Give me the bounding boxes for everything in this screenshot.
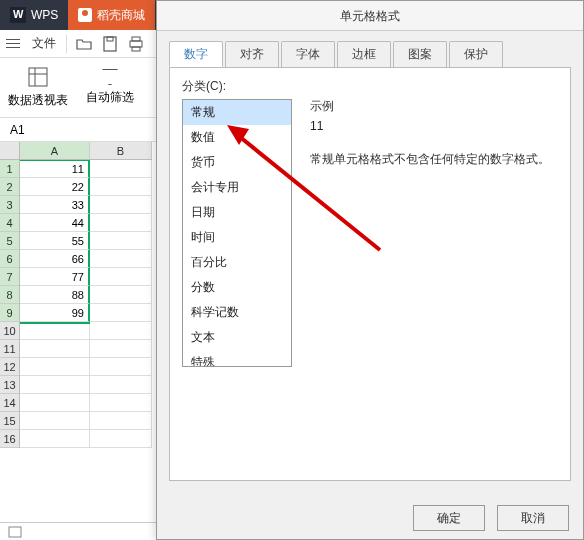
row-header[interactable]: 4 (0, 214, 19, 232)
name-box[interactable] (10, 123, 90, 137)
cell[interactable] (90, 376, 152, 394)
funnel-icon (102, 69, 118, 85)
print-icon[interactable] (127, 35, 145, 53)
tab-pattern[interactable]: 图案 (393, 41, 447, 67)
dialog-title: 单元格格式 (157, 1, 583, 31)
cell-grid[interactable]: 11 22 33 44 55 66 77 88 99 (20, 160, 152, 448)
list-item[interactable]: 科学记数 (183, 300, 291, 325)
cell[interactable] (90, 286, 152, 304)
list-item[interactable]: 日期 (183, 200, 291, 225)
category-listbox[interactable]: 常规 数值 货币 会计专用 日期 时间 百分比 分数 科学记数 文本 特殊 自定… (182, 99, 292, 367)
row-header[interactable]: 2 (0, 178, 19, 196)
cell[interactable] (90, 430, 152, 448)
category-label: 分类(C): (182, 78, 558, 95)
folder-open-icon[interactable] (75, 35, 93, 53)
cell[interactable] (20, 412, 90, 430)
list-item[interactable]: 会计专用 (183, 175, 291, 200)
cell[interactable] (90, 322, 152, 340)
row-header[interactable]: 8 (0, 286, 19, 304)
cell[interactable] (20, 376, 90, 394)
list-item[interactable]: 货币 (183, 150, 291, 175)
row-header[interactable]: 7 (0, 268, 19, 286)
save-icon[interactable] (101, 35, 119, 53)
row-header[interactable]: 11 (0, 340, 19, 358)
cell[interactable] (90, 214, 152, 232)
list-item[interactable]: 特殊 (183, 350, 291, 367)
cell[interactable]: 22 (20, 178, 90, 196)
row-header[interactable]: 12 (0, 358, 19, 376)
tab-alignment[interactable]: 对齐 (225, 41, 279, 67)
wps-icon (10, 7, 26, 23)
cell[interactable] (90, 340, 152, 358)
cell[interactable]: 44 (20, 214, 90, 232)
svg-rect-8 (9, 527, 21, 537)
file-menu[interactable]: 文件 (26, 35, 62, 52)
filter-label: 自动筛选 (86, 89, 134, 106)
example-label: 示例 (310, 98, 558, 115)
ok-button[interactable]: 确定 (413, 505, 485, 531)
row-header[interactable]: 9 (0, 304, 19, 322)
row-header[interactable]: 3 (0, 196, 19, 214)
tab-panel-number: 分类(C): 常规 数值 货币 会计专用 日期 时间 百分比 分数 科学记数 文… (169, 67, 571, 481)
list-item[interactable]: 常规 (183, 100, 291, 125)
row-header[interactable]: 13 (0, 376, 19, 394)
format-description: 常规单元格格式不包含任何特定的数字格式。 (310, 151, 558, 168)
row-header[interactable]: 14 (0, 394, 19, 412)
svg-rect-5 (29, 68, 47, 86)
cell[interactable] (90, 268, 152, 286)
tab-font[interactable]: 字体 (281, 41, 335, 67)
row-header[interactable]: 15 (0, 412, 19, 430)
list-item[interactable]: 分数 (183, 275, 291, 300)
tab-number[interactable]: 数字 (169, 41, 223, 67)
cell[interactable] (90, 160, 152, 178)
selection-border (20, 322, 90, 324)
cancel-button[interactable]: 取消 (497, 505, 569, 531)
filter-button[interactable]: 自动筛选 (86, 69, 134, 106)
cell[interactable]: 88 (20, 286, 90, 304)
cell[interactable] (20, 430, 90, 448)
cell[interactable] (90, 304, 152, 322)
divider (66, 35, 67, 53)
cell[interactable] (90, 250, 152, 268)
cell[interactable]: 77 (20, 268, 90, 286)
cell[interactable] (20, 394, 90, 412)
cell[interactable] (20, 340, 90, 358)
cell[interactable]: 66 (20, 250, 90, 268)
cell[interactable]: 33 (20, 196, 90, 214)
cell[interactable] (90, 394, 152, 412)
list-item[interactable]: 时间 (183, 225, 291, 250)
svg-rect-0 (104, 37, 116, 51)
list-item[interactable]: 百分比 (183, 250, 291, 275)
pivot-button[interactable]: 数据透视表 (8, 66, 68, 109)
cell[interactable] (90, 358, 152, 376)
col-header-a[interactable]: A (20, 142, 90, 159)
row-header[interactable]: 1 (0, 160, 19, 178)
tab-border[interactable]: 边框 (337, 41, 391, 67)
daoke-label: 稻壳商城 (97, 7, 145, 24)
row-header[interactable]: 10 (0, 322, 19, 340)
tab-protection[interactable]: 保护 (449, 41, 503, 67)
row-header[interactable]: 6 (0, 250, 19, 268)
list-item[interactable]: 文本 (183, 325, 291, 350)
cell[interactable] (90, 412, 152, 430)
cell[interactable]: 99 (20, 304, 90, 322)
cell[interactable]: 55 (20, 232, 90, 250)
dialog-footer: 确定 取消 (399, 497, 583, 539)
col-header-b[interactable]: B (90, 142, 152, 159)
example-value: 11 (310, 119, 558, 133)
select-all-corner[interactable] (0, 142, 20, 160)
cell[interactable] (20, 358, 90, 376)
wps-tab[interactable]: WPS (0, 0, 68, 30)
row-header[interactable]: 16 (0, 430, 19, 448)
list-item[interactable]: 数值 (183, 125, 291, 150)
cell[interactable]: 11 (20, 160, 90, 178)
daoke-tab[interactable]: 稻壳商城 (68, 0, 155, 30)
cell[interactable] (90, 178, 152, 196)
hamburger-icon[interactable] (6, 39, 20, 49)
daoke-icon (78, 8, 92, 22)
row-header[interactable]: 5 (0, 232, 19, 250)
cell[interactable] (90, 196, 152, 214)
cell[interactable] (90, 232, 152, 250)
cell[interactable] (20, 322, 90, 340)
clipboard-icon[interactable] (8, 526, 22, 538)
